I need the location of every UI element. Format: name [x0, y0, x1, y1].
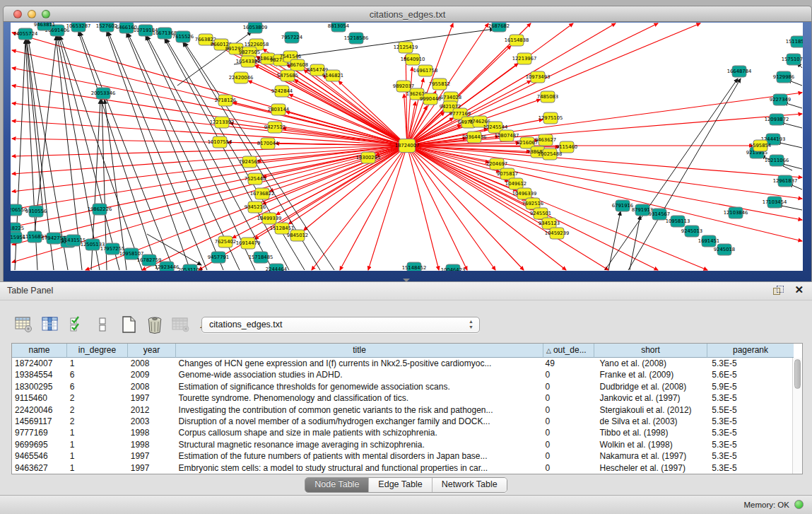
- red-edge[interactable]: [12, 146, 407, 245]
- table-scrollbar[interactable]: [792, 358, 802, 474]
- black-edge[interactable]: [630, 216, 640, 270]
- column-header-out-de[interactable]: △out_de...: [543, 344, 594, 358]
- column-header-year[interactable]: year: [128, 344, 176, 358]
- red-edge[interactable]: [199, 146, 407, 270]
- table-cell[interactable]: 9777169: [12, 427, 67, 438]
- column-header-in-degree[interactable]: in_degree: [67, 344, 128, 358]
- table-cell[interactable]: 1: [67, 427, 128, 438]
- table-row[interactable]: 2242004622012Investigating the contribut…: [12, 404, 792, 416]
- table-cell[interactable]: 5.9E-5: [706, 381, 792, 392]
- table-cell[interactable]: 18724007: [12, 358, 67, 369]
- red-edge[interactable]: [12, 50, 407, 146]
- red-edge[interactable]: [243, 52, 407, 146]
- table-row[interactable]: 1456911722003Disruption of a novel membe…: [12, 416, 792, 427]
- table-row[interactable]: 1872400712008Changes of HCN gene express…: [12, 358, 792, 369]
- table-cell[interactable]: 5.5E-5: [706, 404, 792, 416]
- table-cell[interactable]: 0: [543, 392, 594, 404]
- table-cell[interactable]: 5.3E-5: [706, 392, 792, 404]
- red-edge[interactable]: [12, 146, 407, 227]
- red-edge[interactable]: [12, 68, 407, 146]
- red-edge[interactable]: [142, 146, 407, 270]
- table-cell[interactable]: 2: [67, 404, 128, 416]
- table-cell[interactable]: 2003: [128, 416, 176, 427]
- table-row[interactable]: 1938455462009Genome-wide association stu…: [12, 369, 792, 380]
- window-titlebar[interactable]: citations_edges.txt: [3, 6, 812, 22]
- table-cell[interactable]: 1997: [128, 392, 176, 404]
- table-cell[interactable]: 1998: [128, 439, 176, 450]
- change-table-mode-button[interactable]: [14, 314, 34, 335]
- close-panel-icon[interactable]: ✕: [794, 284, 804, 296]
- column-header-title[interactable]: title: [176, 344, 543, 358]
- table-cell[interactable]: Dudbridge et al. (2008): [593, 381, 706, 392]
- table-cell[interactable]: 5.3E-5: [706, 450, 792, 462]
- red-edge[interactable]: [407, 146, 802, 199]
- table-cell[interactable]: 5.3E-5: [706, 427, 792, 438]
- table-cell[interactable]: 0: [543, 439, 594, 450]
- table-cell[interactable]: 5.3E-5: [706, 462, 792, 474]
- table-cell[interactable]: 1: [67, 462, 128, 474]
- table-cell[interactable]: Estimation of significance thresholds fo…: [176, 381, 543, 392]
- table-cell[interactable]: Stergiakouli et al. (2012): [593, 404, 706, 416]
- table-cell[interactable]: 2009: [128, 369, 176, 380]
- table-cell[interactable]: 1: [67, 358, 128, 369]
- table-cell[interactable]: 14569117: [12, 416, 67, 427]
- table-cell[interactable]: 19384554: [12, 369, 67, 380]
- table-cell[interactable]: 9465546: [12, 450, 67, 462]
- table-cell[interactable]: 5.3E-5: [706, 439, 792, 450]
- table-cell[interactable]: 1997: [128, 462, 176, 474]
- table-cell[interactable]: Yano et al. (2008): [593, 358, 706, 369]
- black-edge[interactable]: [78, 32, 158, 270]
- tab-edge-table[interactable]: Edge Table: [369, 478, 432, 492]
- table-cell[interactable]: Estimation of the future numbers of pati…: [176, 450, 543, 462]
- red-edge[interactable]: [263, 146, 407, 177]
- table-cell[interactable]: 1998: [128, 427, 176, 438]
- table-cell[interactable]: Investigating the contribution of common…: [176, 404, 543, 416]
- float-window-icon[interactable]: [773, 286, 784, 296]
- table-cell[interactable]: 0: [543, 462, 594, 474]
- column-header-short[interactable]: short: [594, 344, 707, 358]
- table-cell[interactable]: 6: [67, 381, 128, 392]
- red-edge[interactable]: [407, 23, 700, 146]
- red-edge[interactable]: [407, 146, 551, 229]
- table-row[interactable]: 1830029562008Estimation of significance …: [12, 381, 792, 392]
- red-edge[interactable]: [12, 86, 407, 146]
- black-edge[interactable]: [26, 40, 43, 213]
- table-cell[interactable]: 1: [67, 439, 128, 450]
- table-cell[interactable]: Jankovic et al. (1997): [593, 392, 706, 404]
- table-cell[interactable]: 0: [543, 404, 594, 416]
- tab-network-table[interactable]: Network Table: [433, 478, 507, 492]
- delete-columns-button[interactable]: [145, 314, 165, 335]
- table-cell[interactable]: 9699695: [12, 439, 67, 450]
- table-cell[interactable]: Structural magnetic resonance image aver…: [176, 439, 543, 450]
- table-cell[interactable]: 0: [543, 369, 594, 380]
- black-edge[interactable]: [80, 32, 174, 270]
- table-cell[interactable]: Disruption of a novel member of a sodium…: [176, 416, 543, 427]
- table-cell[interactable]: 1: [67, 450, 128, 462]
- table-cell[interactable]: Tibbo et al. (1998): [593, 427, 706, 438]
- select-all-columns-button[interactable]: [66, 314, 86, 335]
- black-edge[interactable]: [107, 32, 190, 270]
- table-row[interactable]: 946362711997Embryonic stem cells: a mode…: [12, 462, 792, 474]
- black-edge[interactable]: [608, 211, 620, 270]
- table-cell[interactable]: 0: [543, 450, 594, 462]
- table-cell[interactable]: de Silva et al. (2003): [593, 416, 706, 427]
- table-row[interactable]: 946554611997Estimation of the future num…: [12, 450, 792, 462]
- table-cell[interactable]: Corpus callosum shape and size in male p…: [176, 427, 543, 438]
- table-cell[interactable]: 2: [67, 416, 128, 427]
- table-cell[interactable]: 9115460: [12, 392, 67, 404]
- table-cell[interactable]: 5.3E-5: [706, 416, 792, 427]
- table-cell[interactable]: 49: [543, 358, 594, 369]
- show-columns-button[interactable]: [40, 314, 60, 335]
- table-cell[interactable]: 0: [543, 416, 594, 427]
- table-cell[interactable]: Genome-wide association studies in ADHD.: [176, 369, 543, 380]
- table-cell[interactable]: Changes of HCN gene expression and I(f) …: [176, 358, 543, 369]
- black-edge[interactable]: [147, 36, 273, 270]
- table-cell[interactable]: 0: [543, 381, 594, 392]
- red-edge[interactable]: [407, 146, 439, 270]
- table-cell[interactable]: 5.3E-5: [706, 358, 792, 369]
- red-edge[interactable]: [407, 146, 802, 241]
- red-edge[interactable]: [12, 146, 407, 209]
- table-cell[interactable]: Franke et al. (2009): [593, 369, 706, 380]
- table-cell[interactable]: 5.6E-5: [706, 369, 792, 380]
- delete-table-button[interactable]: [171, 314, 191, 335]
